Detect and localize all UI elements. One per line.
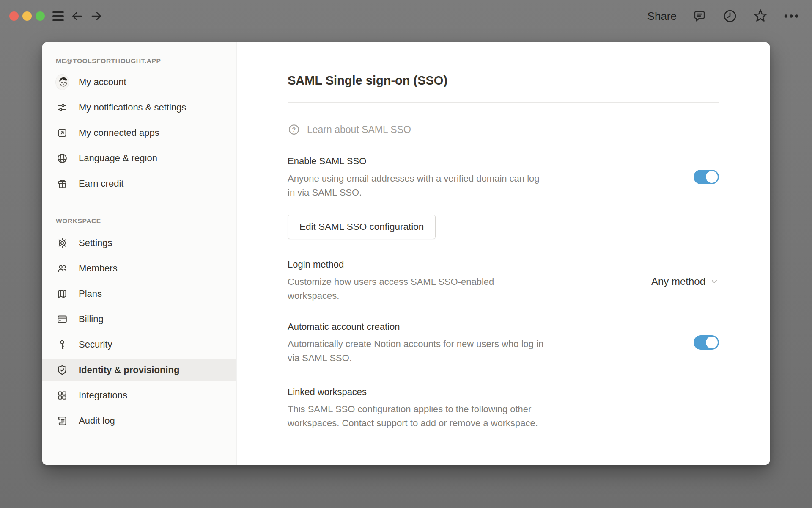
- sliders-icon: [56, 101, 69, 114]
- sidebar-item-members[interactable]: Members: [42, 257, 236, 279]
- edit-saml-configuration-button[interactable]: Edit SAML SSO configuration: [288, 215, 436, 239]
- enable-saml-section: Enable SAML SSO Anyone using email addre…: [288, 155, 719, 239]
- automatic-account-creation-toggle[interactable]: [694, 335, 719, 350]
- learn-about-saml-link[interactable]: ? Learn about SAML SSO: [288, 123, 719, 136]
- sidebar-item-label: My connected apps: [79, 127, 159, 138]
- sidebar-item-settings[interactable]: Settings: [42, 232, 236, 254]
- sidebar-item-label: Language & region: [79, 153, 157, 164]
- automatic-account-creation-description: Automatically create Notion accounts for…: [288, 337, 548, 365]
- contact-support-link[interactable]: Contact support: [342, 418, 407, 428]
- share-button[interactable]: Share: [647, 10, 677, 23]
- zoom-window-button[interactable]: [36, 11, 45, 21]
- divider: [288, 443, 719, 443]
- gift-icon: [56, 177, 69, 190]
- user-avatar: [56, 76, 69, 88]
- learn-about-saml-label: Learn about SAML SSO: [307, 124, 411, 135]
- sidebar-item-label: My account: [79, 77, 126, 88]
- forward-icon[interactable]: [90, 10, 103, 22]
- toggle-knob: [706, 171, 718, 183]
- gear-icon: [56, 237, 69, 249]
- sidebar-item-billing[interactable]: Billing: [42, 308, 236, 330]
- sidebar-item-language-region[interactable]: Language & region: [42, 147, 236, 169]
- linked-workspaces-description: This SAML SSO configuration applies to t…: [288, 402, 548, 430]
- automatic-account-creation-heading: Automatic account creation: [288, 321, 548, 333]
- settings-sidebar: ME@TOOLSFORTHOUGHT.APP: [42, 42, 237, 465]
- workspace-section-header: WORKSPACE: [56, 217, 236, 225]
- sidebar-item-earn-credit[interactable]: Earn credit: [42, 173, 236, 195]
- sidebar-item-audit-log[interactable]: Audit log: [42, 410, 236, 432]
- enable-saml-toggle[interactable]: [694, 170, 719, 184]
- minimize-window-button[interactable]: [22, 11, 32, 21]
- toggle-knob: [706, 337, 718, 348]
- account-section-header: ME@TOOLSFORTHOUGHT.APP: [56, 57, 236, 65]
- sidebar-item-notifications-settings[interactable]: My notifications & settings: [42, 97, 236, 119]
- sidebar-item-label: Integrations: [79, 390, 127, 401]
- sidebar-item-my-account[interactable]: My account: [42, 71, 236, 93]
- sidebar-item-plans[interactable]: Plans: [42, 283, 236, 305]
- more-options-icon[interactable]: [783, 8, 799, 24]
- shield-check-icon: [56, 364, 69, 376]
- sidebar-item-label: Audit log: [79, 415, 115, 426]
- credit-card-icon: [56, 313, 69, 326]
- settings-dialog: ME@TOOLSFORTHOUGHT.APP: [42, 42, 770, 465]
- updates-clock-icon[interactable]: [722, 8, 738, 24]
- sidebar-item-label: Billing: [79, 314, 104, 325]
- login-method-dropdown[interactable]: Any method: [651, 276, 719, 287]
- sidebar-item-label: Members: [79, 263, 118, 274]
- sidebar-item-integrations[interactable]: Integrations: [42, 384, 236, 406]
- sidebar-item-security[interactable]: Security: [42, 334, 236, 356]
- help-circle-icon: ?: [288, 123, 300, 136]
- login-method-heading: Login method: [288, 259, 548, 271]
- enable-saml-heading: Enable SAML SSO: [288, 155, 548, 167]
- comments-icon[interactable]: [692, 8, 707, 24]
- sidebar-item-label: Plans: [79, 288, 102, 299]
- linked-workspaces-section: Linked workspaces This SAML SSO configur…: [288, 386, 719, 430]
- settings-content: SAML Single sign-on (SSO) ? Learn about …: [237, 42, 770, 465]
- map-icon: [56, 287, 69, 300]
- enable-saml-description: Anyone using email addresses with a veri…: [288, 171, 548, 199]
- linked-workspaces-heading: Linked workspaces: [288, 386, 548, 398]
- automatic-account-creation-section: Automatic account creation Automatically…: [288, 321, 719, 365]
- login-method-section: Login method Customize how users access …: [288, 259, 719, 303]
- divider: [288, 102, 719, 103]
- sidebar-item-label: Settings: [79, 237, 112, 248]
- grid-icon: [56, 389, 69, 402]
- back-icon[interactable]: [71, 10, 83, 22]
- favorite-star-icon[interactable]: [753, 8, 768, 24]
- linked-workspaces-description-text: to add or remove a workspace.: [408, 418, 538, 428]
- menu-icon[interactable]: [52, 11, 64, 21]
- external-link-icon: [56, 127, 69, 139]
- sidebar-item-label: Security: [79, 339, 112, 350]
- account-menu-list: My account My notifications & settings: [42, 71, 236, 195]
- sidebar-item-connected-apps[interactable]: My connected apps: [42, 122, 236, 144]
- chevron-down-icon: [710, 277, 719, 286]
- sidebar-item-label: Identity & provisioning: [79, 364, 179, 375]
- window-titlebar: Share: [0, 0, 812, 32]
- login-method-description: Customize how users access SAML SSO-enab…: [288, 275, 548, 303]
- members-icon: [56, 262, 69, 275]
- login-method-value: Any method: [651, 276, 705, 287]
- workspace-menu-list: Settings Members: [42, 232, 236, 432]
- scroll-icon: [56, 414, 69, 427]
- sidebar-item-label: Earn credit: [79, 178, 123, 189]
- sidebar-item-identity-provisioning[interactable]: Identity & provisioning: [42, 359, 236, 381]
- globe-icon: [56, 152, 69, 165]
- sidebar-item-label: My notifications & settings: [79, 102, 186, 113]
- close-window-button[interactable]: [9, 11, 19, 21]
- key-icon: [56, 338, 69, 351]
- svg-text:?: ?: [292, 126, 296, 133]
- page-title: SAML Single sign-on (SSO): [288, 73, 719, 88]
